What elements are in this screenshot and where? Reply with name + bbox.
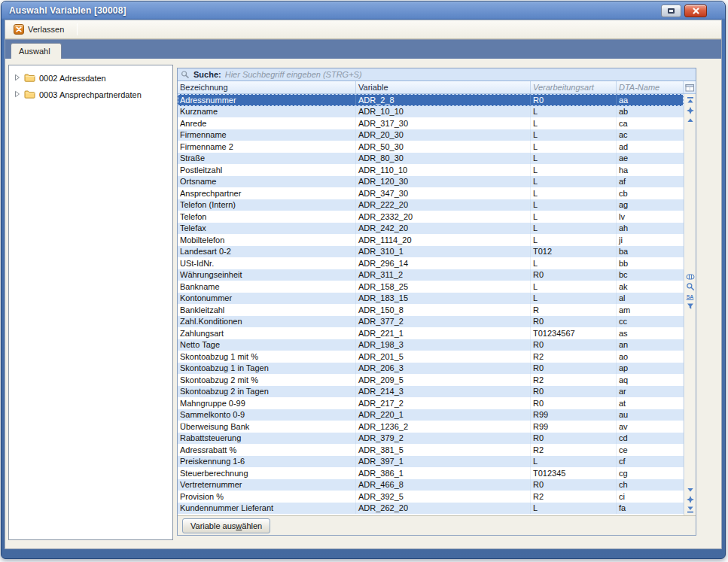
close-button[interactable] [684,5,707,17]
restore-button[interactable] [661,5,681,17]
scroll-to-bottom-button[interactable] [685,504,696,514]
cell-verarbeitungsart: L [531,106,617,118]
scrollbar-strip[interactable]: SA [684,94,696,515]
table-row[interactable]: Mahngruppe 0-99 ADR_217_2 R0 at [178,397,684,409]
cell-bezeichnung: Adressnummer [178,94,356,106]
table-row[interactable]: Überweisung Bank ADR_1236_2 R99 av [178,421,684,433]
table-row[interactable]: Steuerberechnung ADR_386_1 T012345 cg [178,467,684,479]
cell-bezeichnung: Zahlungsart [178,327,356,339]
table-row[interactable]: Ortsname ADR_120_30 L af [178,176,684,188]
tree-item-ansprechpartnerdaten[interactable]: 0003 Ansprechpartnerdaten [9,86,172,102]
table-row[interactable]: Preiskennung 1-6 ADR_397_1 L cf [178,456,684,468]
window-title: Auswahl Variablen [30008] [9,5,126,16]
column-header-verarbeitungsart[interactable]: Verarbeitungsart [531,81,617,93]
table-row[interactable]: Kontonummer ADR_183_15 L al [178,293,684,305]
cell-variable: ADR_386_1 [356,467,531,479]
table-row[interactable]: Firmenname 2 ADR_50_30 L ad [178,141,684,153]
cell-bezeichnung: Kurzname [178,106,356,118]
table-row[interactable]: Netto Tage ADR_198_3 R0 an [178,339,684,351]
cell-dta-name: ad [617,141,684,153]
table-row[interactable]: Telefon (Intern) ADR_222_20 L ag [178,199,684,211]
tab-auswahl[interactable]: Auswahl [11,43,62,59]
table-row[interactable]: Vertreternummer ADR_466_8 R0 ch [178,479,684,491]
cell-bezeichnung: Rabattsteuerung [178,433,356,445]
search-bar: Suche: [178,68,696,81]
grid-rows: Adressnummer ADR_2_8 R0 aa Kurzname ADR_… [178,94,684,515]
cell-bezeichnung: Adressrabatt % [178,444,356,456]
table-row[interactable]: Skontoabzug 1 in Tagen ADR_206_3 R0 ap [178,363,684,375]
cell-verarbeitungsart: L [531,281,617,293]
tree-expander-icon[interactable] [14,90,20,98]
search-input[interactable] [225,70,693,79]
cell-bezeichnung: Bankname [178,281,356,293]
cell-dta-name: aa [617,94,684,106]
table-row[interactable]: Bankleitzahl ADR_150_8 R am [178,304,684,316]
table-row[interactable]: Währungseinheit ADR_311_2 R0 bc [178,269,684,281]
table-row[interactable]: Bankname ADR_158_25 L ak [178,281,684,293]
table-row[interactable]: Straße ADR_80_30 L ae [178,153,684,165]
tree-item-adressdaten[interactable]: 0002 Adressdaten [9,69,172,86]
cell-dta-name: ce [617,444,684,456]
cell-bezeichnung: Währungseinheit [178,269,356,281]
column-chooser-button[interactable] [684,81,696,93]
toolbar: Verlassen [5,20,721,39]
nav-down-button[interactable] [685,494,696,504]
zoom-button[interactable] [685,282,696,292]
table-row[interactable]: Zahl.Konditionen ADR_377_2 R0 cc [178,316,684,328]
table-row[interactable]: Landesart 0-2 ADR_310_1 T012 ba [178,246,684,258]
cell-variable: ADR_120_30 [356,176,531,188]
table-row[interactable]: Postleitzahl ADR_110_10 L ha [178,164,684,176]
scroll-up-icon [686,116,695,125]
scroll-up-button[interactable] [685,115,696,125]
cell-variable: ADR_150_8 [356,304,531,316]
table-row[interactable]: Telefon ADR_2332_20 L lv [178,211,684,223]
cell-verarbeitungsart: R0 [531,433,617,445]
column-header-dta-name[interactable]: DTA-Name [617,81,684,93]
table-row[interactable]: Adressnummer ADR_2_8 R0 aa [178,94,684,106]
table-row[interactable]: Kurzname ADR_10_10 L ab [178,106,684,118]
table-row[interactable]: Rabattsteuerung ADR_379_2 R0 cd [178,433,684,445]
table-row[interactable]: Skontoabzug 2 in Tagen ADR_214_3 R0 ar [178,386,684,398]
table-row[interactable]: Provision % ADR_392_5 R2 ci [178,491,684,503]
cell-bezeichnung: Skontoabzug 2 mit % [178,374,356,386]
cell-variable: ADR_296_14 [356,257,531,269]
cell-verarbeitungsart: L [531,117,617,129]
select-variable-button[interactable]: Variable auswählen [182,518,270,533]
cell-verarbeitungsart: T012 [531,246,617,258]
cell-bezeichnung: Kundennummer Lieferant [178,503,356,515]
table-row[interactable]: Zahlungsart ADR_221_1 T01234567 as [178,327,684,339]
cell-dta-name: ah [617,223,684,235]
window-controls [661,5,717,17]
scroll-down-button[interactable] [685,485,696,494]
column-header-bezeichnung[interactable]: Bezeichnung [178,81,356,93]
view-options-button[interactable] [685,272,696,282]
nav-up-button[interactable] [685,105,696,115]
table-row[interactable]: Telefax ADR_242_20 L ah [178,223,684,235]
scroll-to-top-button[interactable] [685,96,696,105]
incremental-search-button[interactable]: SA [685,292,696,302]
table-row[interactable]: Skontoabzug 1 mit % ADR_201_5 R2 ao [178,351,684,363]
filter-button[interactable] [685,302,696,311]
table-row[interactable]: Kundennummer Lieferant ADR_262_20 L fa [178,503,684,515]
table-row[interactable]: Firmenname ADR_20_30 L ac [178,129,684,141]
tree-expander-icon[interactable] [14,74,20,81]
content-area: 0002 Adressdaten 0003 Ansprechpartnerdat… [5,59,721,548]
verlassen-button[interactable]: Verlassen [10,22,71,37]
column-chooser-icon [685,83,695,93]
cell-variable: ADR_379_2 [356,433,531,445]
cell-bezeichnung: Telefon [178,211,356,223]
cell-dta-name: at [617,397,684,409]
cell-dta-name: ae [617,153,684,165]
cell-dta-name: af [617,176,684,188]
table-row[interactable]: Sammelkonto 0-9 ADR_220_1 R99 au [178,409,684,421]
table-row[interactable]: Mobiltelefon ADR_1114_20 L ji [178,234,684,246]
table-row[interactable]: Adressrabatt % ADR_381_5 R2 ce [178,444,684,456]
cell-variable: ADR_377_2 [356,316,531,328]
table-row[interactable]: Skontoabzug 2 mit % ADR_209_5 R2 aq [178,374,684,386]
table-row[interactable]: USt-IdNr. ADR_296_14 L bb [178,257,684,269]
cell-bezeichnung: USt-IdNr. [178,257,356,269]
table-row[interactable]: Anrede ADR_317_30 L ca [178,117,684,129]
table-row[interactable]: Ansprechpartner ADR_347_30 L cb [178,187,684,199]
cell-dta-name: an [617,339,684,351]
column-header-variable[interactable]: Variable [356,81,531,93]
